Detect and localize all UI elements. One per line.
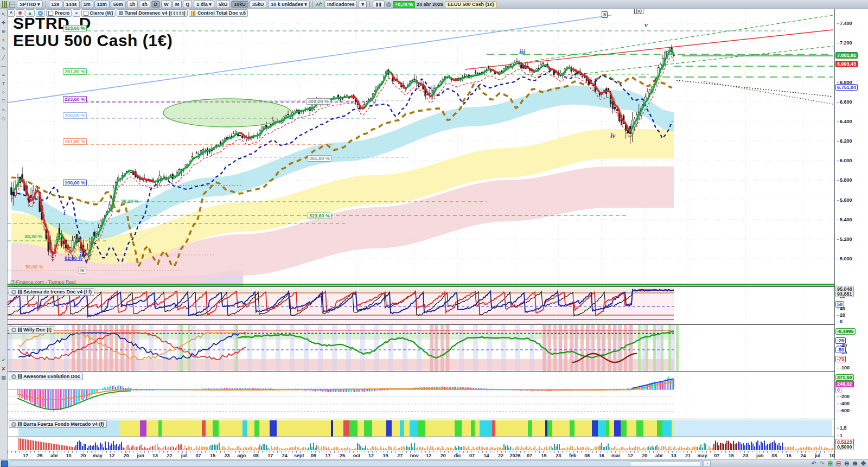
pause-button[interactable]: ❚❚ <box>373 1 385 8</box>
price-badge: -25 <box>835 337 846 344</box>
timeframe-button-M[interactable]: M <box>173 1 182 8</box>
ellipse-tool-icon[interactable]: ○ <box>1 89 7 95</box>
time-axis-label: 20 <box>80 453 86 458</box>
time-axis-label: 13 <box>671 453 676 458</box>
favorites-tool-icon[interactable]: ★ <box>1 37 7 43</box>
zoom-tool-icon[interactable]: ⊕ <box>1 29 7 35</box>
fib-level-label: 361,80 % <box>308 155 331 162</box>
checkbox-icon[interactable] <box>84 11 88 16</box>
layout-grid-icon[interactable] <box>9 2 15 8</box>
time-axis-label: 22 <box>498 453 503 458</box>
timeframe-button-1m[interactable]: 1m <box>81 1 93 8</box>
axis-tick-label: -600 <box>837 408 850 413</box>
tunel-domenec-item[interactable]: Tunel Domenec v4 (t t t t t) <box>117 9 188 17</box>
confirm-tool-icon[interactable]: ✔ <box>1 357 7 363</box>
rhombus-tool-icon[interactable]: ◇ <box>1 116 7 121</box>
indicators-caret-button[interactable]: ▾ <box>359 1 367 8</box>
axis-tick-label: 6.600 <box>837 99 852 105</box>
indicators-dropdown[interactable]: Indicadores <box>324 1 358 8</box>
panel-title: Awesome Evolution Doc <box>23 374 80 379</box>
crosshair-tool-icon[interactable]: ✚ <box>1 20 7 26</box>
instrument-badge[interactable]: EEUU 500 Cash (1€) <box>445 1 497 8</box>
text-tool-icon[interactable]: T <box>1 81 7 87</box>
scroll-right-button[interactable]: › <box>704 460 711 466</box>
close-all-button[interactable]: ✕ <box>36 9 45 17</box>
fib-level-label: 50,00 % <box>25 264 43 270</box>
symbol-dropdown[interactable]: SPTRD ▾ <box>17 1 43 8</box>
timeframe-button-12m[interactable]: 12m <box>94 1 110 8</box>
timeframe-button-56m[interactable]: 56m <box>111 1 126 8</box>
zoom-controls: ↶↷⊞⊟⊖⊕✥ <box>811 460 866 467</box>
chart-type-icon[interactable] <box>2 1 8 8</box>
add-red-button[interactable]: ✚ <box>16 9 24 17</box>
indicator-panel-fuerza[interactable]: ✕ Barra Fuerza Fondo Mercado v4 (f) <box>8 419 834 451</box>
close-icon[interactable]: ✕ <box>11 290 16 295</box>
timeframe-button-W[interactable]: W <box>161 1 171 8</box>
axis-tick-label: 6.000 <box>837 158 852 163</box>
price-badge: -75 <box>835 356 846 362</box>
fib-level-label: iv <box>79 267 86 273</box>
indicators-icon <box>316 2 323 7</box>
time-axis-label: 08 <box>253 453 259 458</box>
grid-tool-icon[interactable]: ▦ <box>1 375 7 381</box>
time-axis-label: 24 <box>800 453 806 458</box>
timeframe-button-1h[interactable]: 1h <box>127 1 138 8</box>
panel-header-fuerza: ✕ Barra Fuerza Fondo Mercado v4 (f) <box>9 420 107 428</box>
unit-button-5kU[interactable]: 5kU <box>216 1 231 8</box>
price-axis[interactable]: 7.4007.2006.8006.6006.4006.2006.0005.800… <box>834 9 868 459</box>
collapse-button[interactable]: ^ <box>8 9 15 17</box>
time-axis-label: abr <box>655 453 663 458</box>
scrollbar-thumb[interactable] <box>630 462 700 466</box>
close-icon[interactable]: ✕ <box>11 422 16 427</box>
change-badge: +0,78 % <box>393 1 415 8</box>
trendline-tool-icon[interactable]: ╱ <box>1 55 7 61</box>
checkbox-icon[interactable] <box>48 11 53 16</box>
timeframe-button-4h[interactable]: 4h <box>139 1 150 8</box>
window-corner-icon[interactable] <box>1 460 8 467</box>
symbol-label: SPTRD <box>20 2 36 7</box>
pencil-tool-icon[interactable]: ✎ <box>1 46 7 52</box>
unit-button-35kU[interactable]: 35kU <box>250 1 267 8</box>
pan-icon[interactable]: ✥ <box>861 460 866 467</box>
zoom-out-icon[interactable]: ⊖ <box>844 460 849 467</box>
time-axis-label: 21 <box>685 453 691 458</box>
time-axis-label: 08 <box>584 453 590 458</box>
indicator-panel-trenes[interactable]: ✕ Sistema de trenes Doc v4 (f f) <box>8 286 834 325</box>
time-axis-label: 10 <box>66 453 72 458</box>
rect-tool-icon[interactable]: □ <box>1 98 7 104</box>
zoom-in-icon[interactable]: ⊕ <box>853 460 858 467</box>
redo-icon[interactable]: ↷ <box>820 460 825 467</box>
time-axis-label: 20 <box>124 453 129 458</box>
close-icon[interactable]: ✕ <box>11 374 16 379</box>
time-axis[interactable]: 1725abr1020may1220jun1322jul071523ago081… <box>8 451 834 459</box>
unit-button-10kU[interactable]: 10kU <box>231 1 248 8</box>
fib-tool-icon[interactable]: ≡ <box>1 72 7 78</box>
period-dropdown[interactable]: 1 día ▾ <box>194 1 214 8</box>
bottom-scrollbar-row: › ↶↷⊞⊟⊖⊕✥ <box>0 459 868 467</box>
close-icon[interactable]: ✕ <box>11 328 16 332</box>
close-w-toggle[interactable]: Cierre (W) <box>81 9 116 17</box>
horizontal-scrollbar[interactable] <box>10 460 703 466</box>
timeframe-button-D[interactable]: D <box>151 1 161 8</box>
list-button[interactable]: ≡ <box>73 9 80 17</box>
wave-tool-icon[interactable]: ≈ <box>1 107 7 113</box>
zoom-fit-icon[interactable]: ⊟ <box>836 460 841 467</box>
zoom-chart-icon[interactable]: ⊞ <box>828 460 833 467</box>
pointer-tool-icon[interactable]: ↖ <box>1 11 7 17</box>
fib-level-label: 38,20 % <box>24 234 42 239</box>
timeframe-button-144s[interactable]: 144s <box>63 1 80 8</box>
delete-tool-icon[interactable]: ✘ <box>1 366 7 372</box>
time-axis-label: jul <box>815 453 821 458</box>
undo-icon[interactable]: ↶ <box>811 460 816 467</box>
price-chart[interactable]: SPTRD, D EEUU 500 Cash (1€) IT-Finance.c… <box>8 9 834 286</box>
control-total-item[interactable]: Control Total Doc v.6 <box>189 9 248 17</box>
indicator-panel-willy[interactable]: ✕ Willy Doc (t) <box>8 324 834 372</box>
price-toggle[interactable]: Precio <box>46 9 72 17</box>
add-green-button[interactable]: ▲ <box>25 9 35 17</box>
indicator-panel-awesome[interactable]: ✕ Awesome Evolution Doc <box>8 371 834 419</box>
hline-tool-icon[interactable]: ― <box>1 63 7 69</box>
time-axis-label: nov <box>410 453 419 458</box>
timeframe-button-Q[interactable]: Q <box>183 1 192 8</box>
timeframe-button-12s[interactable]: 12s <box>49 1 62 8</box>
units-dropdown[interactable]: 10 k unidades ▾ <box>268 1 310 8</box>
